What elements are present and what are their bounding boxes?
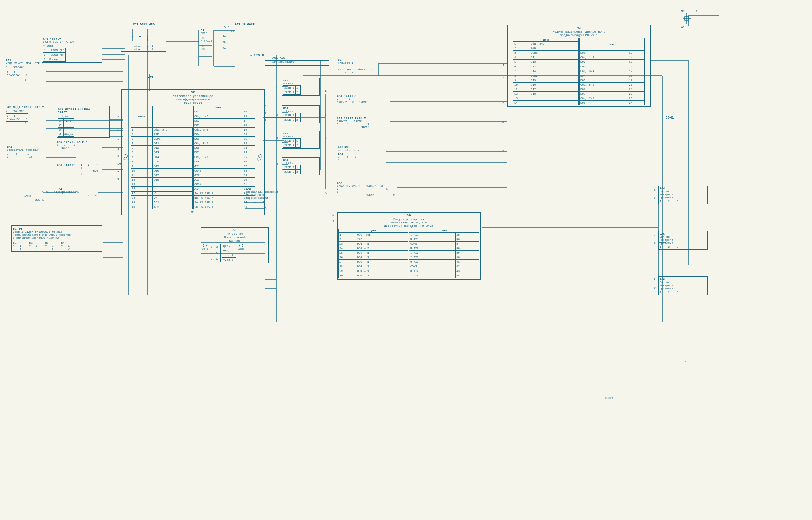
ba4-block: ВА4 Датчик контроля протечки 1 2 3 [658,186,708,204]
sensor-osvesh-block: Датчик освещённости ВА3 1 2 3 4 [337,144,386,162]
a2-block: А2 Устройство управляющее многофункциона… [121,89,265,215]
o-label: " O " [219,26,230,30]
s1-top-right: S1 1 A3 [681,9,697,29]
ba1-block: ВА1 Извещатель пожарный 1 2 1 3 10 [6,144,45,159]
sa6-block: SA6 "СВЕТ ВНЕШ." "ВЫКЛ" "ВКЛ" 2 1 3 "ВКЛ… [337,117,394,129]
capacitors: C1 3300 C2 0.68мкФ C3 3300 [201,28,213,51]
ba2-block: ВА2 Извещатель охранный ИО 102–Люкс пере… [244,186,293,205]
comi-label-2: COM1 [605,397,614,400]
xt1: XT1 [148,76,154,80]
sa3-block: SA3 "СИСТ. НАГР." 1 2 3 "ВКЛ" [57,140,102,150]
of1-block: OF1 C60N 25A 1/L1 2/T1 3/L2 4/T2 [121,21,166,52]
xp1-block: XP1 "Сеть" Вилка 023 2P+PE EKF ← Цепь 1~… [42,36,102,63]
comi-label-1: COM1 [666,116,674,120]
ba6-block: ВА6 Датчик контроля протечки 1 2 3 [658,276,708,295]
xs1-xs8-subtitle: 2РТТ285ПН2Ш9В [272,61,295,64]
ba5-block: ВА5 Датчик контроля протечки 1 2 3 [658,231,708,250]
a1-block: А1 AC/DC– преобразователь +24В – 1 2 ← ~… [23,186,98,203]
xp1-subtitle: Вилка 023 2P+PE EKF [43,41,101,44]
a4-module-block: А4 Модуль расширения аналоговых выходов … [337,212,481,280]
voltage-220-label: ~ 220 В [250,54,264,58]
c1-label: C1 [201,28,213,32]
a3-module-block: А3 Модуль расширения дискретного ввода/в… [507,25,651,107]
of1-title: OF1 C60N 25A [122,22,165,25]
xp1-title: XP1 "Сеть" [43,37,101,41]
b1b4-block: В1–В4 ОВЕН ДТС125М-РМ100.0,5.60.И12 Терм… [11,225,102,252]
xs4-block: XS4 ← Цепь 220В 11 220В 22 [282,157,320,175]
c3-label: C3 [201,44,213,48]
xs1-xs8-title: XS1–XS8 [272,56,285,59]
xp2-block: ХР2 2РМТ14-5ПН4Ш1В "24В" ← Цепь 1+24В 2 … [57,106,110,138]
sa1-block: SA1 МТД1 "СИСТ. ПОЖ. ОХР." 3 "СБРОС" 2 1… [6,59,45,81]
xs2-block: XS2 ← Цепь 220В 11 220В 22 [282,105,320,123]
s1-pkn-block: S1 ПКн105М-1 2 1 S1 "СВЕТ. ТАЙМЕР" 3 1 2… [337,57,378,75]
a3-pm210-block: А3 ПМ-210-24 Шлюз сетевой RS-485 Цепь 1В… [201,227,269,263]
sa2-js608f: SA2 JS-608F [235,23,255,26]
xs1-block: XS1 ← Цепь 220В 11 220В 22 [282,78,320,96]
diagram-container: XP1 "Сеть" Вилка 023 2P+PE EKF ← Цепь 1~… [0,0,812,520]
sa7-block: SA7 1"КОНТР. ЗАТ." "ВЫКЛ" 3 2 1 5 "ВКЛ" … [337,181,397,197]
sa5-block: SA5 "СВЕТ." 2 1 "ВЫКЛ" 3 "ВКЛ" [337,94,390,103]
sa4-block: SA4 "ВЕНТ" 1 2 4 2 "ВКЛ" 4 [57,163,102,175]
sa2-mtd1-block: SA2 МТД1 "СИСТ. ОХР." 3 "СБРОС" 2 1 "РАБ… [6,105,45,125]
xs3-block: XS3 ← Цепь 220В 11 220В 22 [282,131,320,149]
c2-label: C2 [201,36,213,40]
